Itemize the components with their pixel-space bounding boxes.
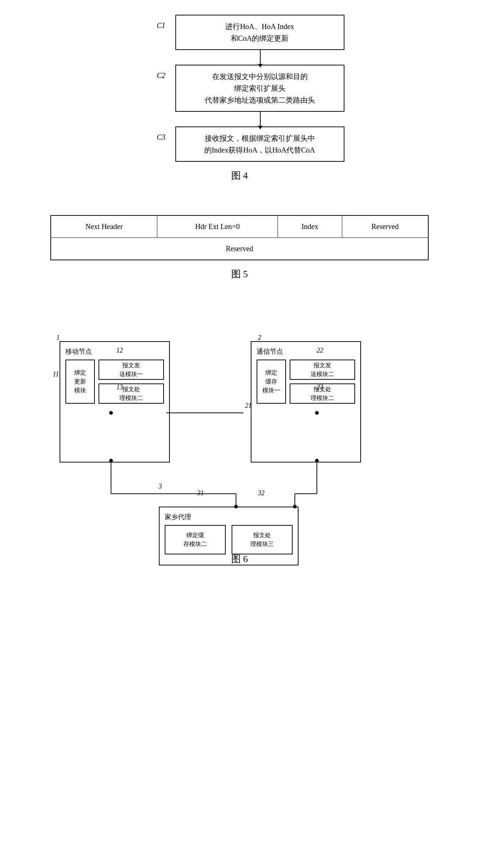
mobile-node-title: 移动节点: [65, 347, 164, 356]
mobile-update-text: 绑定更新模块: [74, 368, 86, 395]
fig5-table: Next Header Hdr Ext Len=0 Index Reserved…: [50, 215, 429, 260]
fig4-label-c2: C2: [157, 65, 175, 80]
comm-cache-text: 绑定缓存模块一: [262, 368, 280, 395]
mobile-node-box: 移动节点 绑定更新模块 报文发送模块一 报文处理模块二: [60, 341, 170, 462]
fig6-num-32: 32: [258, 489, 265, 497]
fig5-title: 图 5: [29, 268, 450, 281]
comm-send-module: 报文发送模块二: [290, 360, 355, 380]
fig6-num-3: 3: [159, 483, 162, 490]
fig4-text-c1: 进行HoA、HoA Index和CoA的绑定更新: [225, 22, 294, 42]
fig4-label-c1: C1: [157, 15, 175, 30]
fig5-cell-nextheader: Next Header: [51, 215, 157, 238]
comm-cache-module: 绑定缓存模块一: [257, 360, 286, 404]
comm-proc-module: 报文处理模块二: [290, 383, 355, 404]
fig4-row-c1: C1 进行HoA、HoA Index和CoA的绑定更新: [157, 15, 344, 50]
fig4-row-c3: C3 接收报文，根据绑定索引扩展头中的Index获得HoA，以HoA代替CoA: [157, 126, 344, 162]
figure5: Next Header Hdr Ext Len=0 Index Reserved…: [29, 215, 450, 281]
figure6: 1 11 12 13 2 21 22 23 3 31 32 移动节点 绑定更新模…: [29, 299, 450, 565]
fig4-text-c2: 在发送报文中分别以源和目的绑定索引扩展头代替家乡地址选项或第二类路由头: [205, 72, 315, 104]
home-cache-module: 绑定缓存模块二: [165, 525, 226, 554]
comm-node-box: 通信节点 绑定缓存模块一 报文发送模块二 报文处理模块二: [251, 341, 361, 462]
fig6-num-2: 2: [258, 334, 261, 342]
fig4-arrow-2: [260, 112, 261, 126]
fig6-num-31: 31: [197, 489, 204, 497]
fig4-arrow-1: [260, 50, 261, 65]
home-agent-box: 家乡代理 绑定缓存模块二 报文处理模块三: [159, 507, 299, 565]
fig5-cell-index: Index: [278, 215, 342, 238]
home-cache-text: 绑定缓存模块二: [183, 531, 207, 549]
mobile-proc-module: 报文处理模块二: [99, 383, 164, 404]
mobile-proc-text: 报文处理模块二: [119, 385, 143, 403]
fig4-title: 图 4: [231, 169, 248, 182]
fig4-text-c3: 接收报文，根据绑定索引扩展头中的Index获得HoA，以HoA代替CoA: [204, 134, 315, 154]
home-proc-text: 报文处理模块三: [250, 531, 274, 549]
fig5-row2: Reserved: [51, 238, 428, 260]
mobile-send-module: 报文发送模块一: [99, 360, 164, 380]
fig4-box-c2: 在发送报文中分别以源和目的绑定索引扩展头代替家乡地址选项或第二类路由头: [175, 65, 344, 112]
fig4-row-c2: C2 在发送报文中分别以源和目的绑定索引扩展头代替家乡地址选项或第二类路由头: [157, 65, 344, 112]
fig6-diagram: 1 11 12 13 2 21 22 23 3 31 32 移动节点 绑定更新模…: [37, 299, 442, 556]
fig5-row1: Next Header Hdr Ext Len=0 Index Reserved: [51, 215, 428, 238]
comm-node-title: 通信节点: [257, 347, 355, 356]
fig4-box-c1: 进行HoA、HoA Index和CoA的绑定更新: [175, 15, 344, 50]
mobile-send-text: 报文发送模块一: [119, 361, 143, 379]
comm-proc-text: 报文处理模块二: [311, 385, 334, 403]
fig5-cell-reserved1: Reserved: [342, 215, 428, 238]
fig5-cell-reserved-full: Reserved: [51, 238, 428, 260]
figure4: C1 进行HoA、HoA Index和CoA的绑定更新 C2 在发送报文中分别以…: [29, 15, 450, 200]
fig6-num-11: 11: [53, 371, 59, 378]
fig5-cell-hdrextlen: Hdr Ext Len=0: [157, 215, 278, 238]
fig4-box-c3: 接收报文，根据绑定索引扩展头中的Index获得HoA，以HoA代替CoA: [175, 126, 344, 162]
fig4-label-c3: C3: [157, 126, 175, 142]
fig4-flow: C1 进行HoA、HoA Index和CoA的绑定更新 C2 在发送报文中分别以…: [157, 15, 344, 162]
mobile-update-module: 绑定更新模块: [65, 360, 95, 404]
home-proc-module: 报文处理模块三: [232, 525, 293, 554]
fig6-num-1: 1: [57, 334, 60, 342]
comm-send-text: 报文发送模块二: [311, 361, 334, 379]
home-agent-title: 家乡代理: [165, 512, 293, 521]
